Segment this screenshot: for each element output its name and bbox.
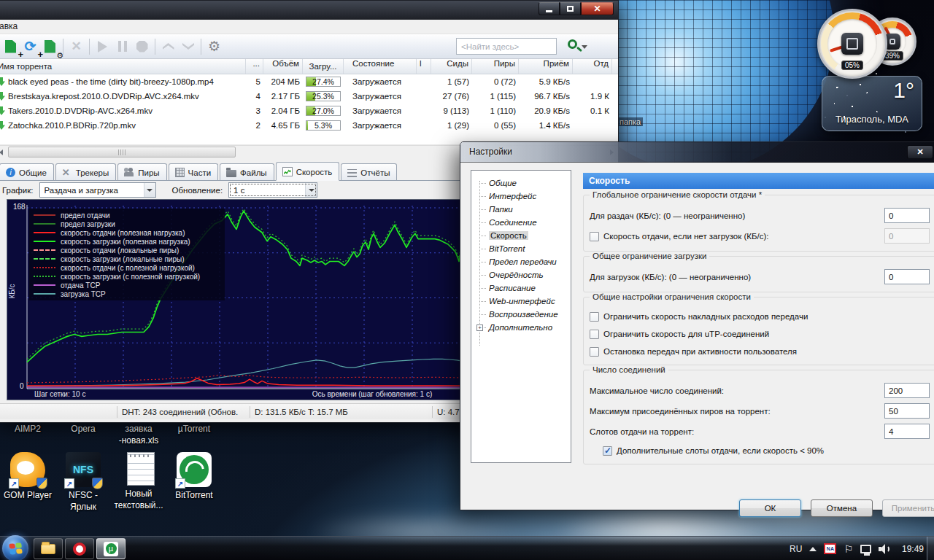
checkbox[interactable] — [603, 446, 612, 456]
table-row[interactable]: Zatochka.2010.P.BDRip.720p.mkv24.65 ГБ5.… — [0, 118, 618, 133]
tree-item-Скорость[interactable]: Скорость — [471, 229, 571, 242]
tab-Скорость[interactable]: Скорость — [276, 162, 340, 181]
close-icon[interactable]: ✕ — [907, 145, 933, 159]
setting-input[interactable] — [884, 228, 930, 244]
taskbar-app-opera[interactable] — [65, 538, 94, 559]
add-torrent-button[interactable]: + — [1, 37, 20, 56]
minimize-button[interactable] — [539, 2, 560, 15]
hidden-icons-arrow[interactable] — [809, 547, 817, 551]
tree-item-BitTorrent[interactable]: BitTorrent — [471, 242, 571, 255]
volume-icon[interactable] — [879, 544, 890, 554]
desktop-icon-label[interactable]: µTorrent — [166, 423, 222, 446]
column-header[interactable]: Сиды — [431, 59, 472, 74]
desktop-icon-NFSC - Ярлык[interactable]: NFS↗NFSC - Ярлык — [55, 452, 111, 513]
search-input[interactable] — [456, 38, 557, 55]
language-indicator[interactable]: RU — [790, 544, 802, 554]
settings-page-title: Скорость — [583, 173, 934, 189]
tab-Файлы[interactable]: Файлы — [220, 163, 274, 180]
setting-input[interactable] — [884, 424, 930, 439]
desktop-icon-label[interactable]: заявка -новая.xls — [111, 423, 166, 446]
taskbar-app-explorer[interactable] — [34, 538, 63, 559]
checkbox[interactable] — [590, 232, 599, 241]
remove-button[interactable]: ✕ — [66, 37, 86, 56]
column-header[interactable]: Объём — [263, 59, 303, 74]
menu-item-help-partial[interactable]: авка — [0, 21, 18, 31]
start-button[interactable] — [93, 37, 112, 56]
show-desktop-button[interactable] — [927, 537, 934, 560]
column-header[interactable]: Имя торрента — [0, 59, 246, 74]
action-center-flag-icon[interactable]: ⚐ — [844, 544, 853, 554]
desktop-icon-GOM Player[interactable]: ↗GOM Player — [0, 452, 55, 513]
search-icon[interactable] — [568, 39, 577, 49]
tree-item-Соединение[interactable]: Соединение — [471, 216, 571, 229]
desktop-icon-Новый текстовый...[interactable]: Новый текстовый... — [111, 452, 166, 513]
tree-item-Web-интерфейс[interactable]: Web-интерфейс — [471, 295, 571, 308]
tree-item-Интерфейс[interactable]: Интерфейс — [471, 190, 571, 203]
column-header[interactable]: ... — [246, 59, 263, 74]
tab-Части[interactable]: Части — [169, 163, 219, 180]
tab-Пиры[interactable]: Пиры — [117, 163, 166, 180]
column-header[interactable]: Приём — [519, 59, 573, 74]
cancel-button[interactable]: Отмена — [811, 499, 873, 517]
column-header[interactable]: Отд — [573, 59, 612, 74]
tree-item-Папки[interactable]: Папки — [471, 203, 571, 216]
taskbar-app-utorrent[interactable]: µ — [96, 538, 126, 559]
desktop-icon-label-papka[interactable]: папка — [617, 117, 643, 126]
maximize-button[interactable] — [560, 2, 581, 15]
column-header[interactable]: Пиры — [472, 59, 519, 74]
antivirus-na-icon[interactable]: NA — [824, 543, 836, 554]
setting-input[interactable] — [884, 383, 930, 398]
tree-item-Воспроизведение[interactable]: Воспроизведение — [471, 308, 571, 321]
checkbox[interactable] — [590, 330, 599, 339]
column-header[interactable]: l — [417, 59, 431, 74]
tree-item-Предел передачи[interactable]: Предел передачи — [471, 255, 571, 268]
setting-input[interactable] — [884, 208, 930, 223]
chevron-down-icon[interactable] — [305, 183, 317, 197]
table-row[interactable]: black eyed peas - the time (dirty bit)-b… — [0, 74, 618, 89]
desktop-icon-label[interactable]: Opera — [55, 423, 111, 446]
tree-item-Дополнительно[interactable]: +Дополнительно — [471, 321, 571, 334]
cpu-meter-gadget[interactable]: 05% — [817, 9, 887, 79]
expand-icon[interactable]: + — [476, 324, 483, 331]
menubar[interactable]: авка — [0, 20, 618, 34]
stop-button[interactable] — [132, 37, 152, 56]
network-icon[interactable] — [860, 545, 871, 553]
column-header[interactable]: Состояние — [344, 59, 417, 74]
settings-titlebar[interactable]: Настройки ✕ — [460, 142, 934, 163]
tab-Общие[interactable]: iОбщие — [0, 163, 54, 180]
setting-input[interactable] — [884, 269, 930, 284]
table-row[interactable]: Takers.2010.D.DVDRip-AVC.x264.mkv32.04 Г… — [0, 104, 618, 118]
checkbox[interactable] — [590, 347, 599, 357]
update-interval-select[interactable]: 1 с — [228, 182, 317, 198]
ok-button[interactable]: ОК — [739, 499, 801, 517]
pause-button[interactable] — [112, 37, 132, 56]
setting-input[interactable] — [884, 403, 930, 419]
taskbar-clock[interactable]: 19:49 — [902, 544, 924, 554]
tree-item-Расписание[interactable]: Расписание — [471, 281, 571, 295]
start-button[interactable] — [2, 535, 28, 560]
move-up-button[interactable] — [158, 37, 178, 56]
search-dropdown-caret-icon[interactable] — [582, 45, 587, 49]
desktop-icon-label[interactable]: AIMP2 — [0, 423, 55, 446]
weather-gadget[interactable]: 1° Тирасполь, MDA — [822, 76, 922, 131]
add-from-url-button[interactable]: ⟳+ — [20, 37, 40, 56]
preferences-button[interactable]: ⚙ — [204, 37, 224, 56]
move-down-button[interactable] — [178, 37, 198, 56]
tab-Отчёты[interactable]: Отчёты — [341, 163, 397, 180]
checkbox[interactable] — [590, 312, 599, 322]
scrollbar-thumb[interactable] — [8, 147, 236, 158]
scroll-left-button[interactable] — [0, 147, 7, 158]
close-button[interactable]: ✕ — [581, 2, 614, 15]
tab-Трекеры[interactable]: Трекеры — [55, 163, 116, 180]
apply-button[interactable]: Применить — [882, 499, 934, 517]
utorrent-titlebar[interactable]: ✕ — [0, 1, 618, 20]
desktop-icon-BitTorrent[interactable]: ↗BitTorrent — [166, 452, 222, 513]
chevron-down-icon[interactable] — [144, 183, 155, 197]
torrent-table-header[interactable]: Имя торрента...ОбъёмЗагру...СостояниеlСи… — [0, 59, 618, 74]
tree-item-Очерёдность[interactable]: Очерёдность — [471, 268, 571, 281]
graph-type-select[interactable]: Раздача и загрузка — [39, 182, 156, 198]
table-row[interactable]: Brestskaya.krepost.2010.O.DVDRip.AVC.x26… — [0, 89, 618, 104]
tree-item-Общие[interactable]: Общие — [471, 176, 571, 190]
column-header[interactable]: Загру... — [303, 59, 344, 74]
create-torrent-button[interactable]: ⚙ — [40, 37, 60, 56]
